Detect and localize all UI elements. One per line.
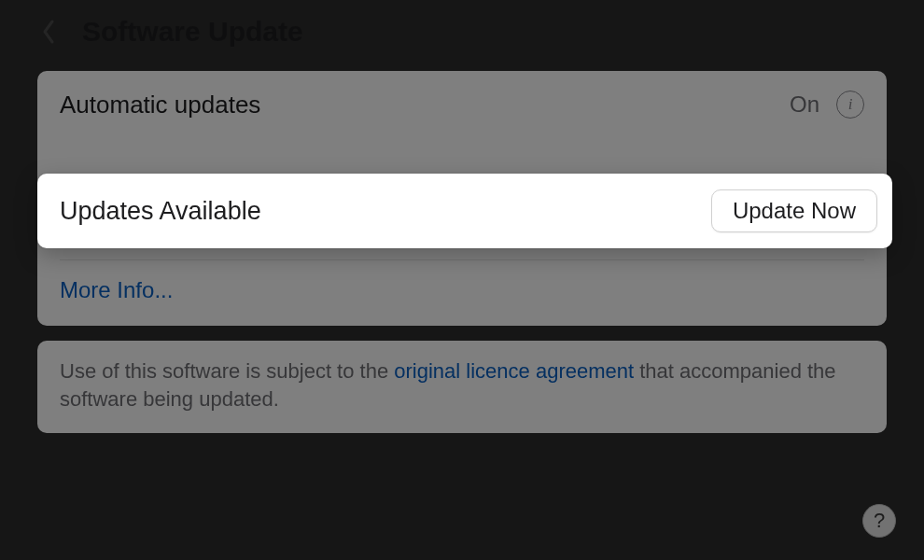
chevron-left-icon — [41, 19, 56, 45]
automatic-updates-right: On i — [790, 91, 864, 119]
back-button[interactable] — [37, 15, 60, 49]
licence-agreement-link[interactable]: original licence agreement — [394, 359, 634, 383]
help-button[interactable]: ? — [862, 504, 896, 538]
automatic-updates-label: Automatic updates — [60, 91, 260, 119]
automatic-updates-status: On — [790, 91, 819, 118]
info-icon[interactable]: i — [836, 91, 864, 119]
page-header: Software Update — [0, 0, 924, 71]
automatic-updates-row: Automatic updates On i — [60, 71, 864, 138]
legal-prefix: Use of this software is subject to the — [60, 359, 394, 383]
page-title: Software Update — [82, 16, 303, 48]
updates-available-title: Updates Available — [60, 197, 261, 226]
legal-card: Use of this software is subject to the o… — [37, 341, 887, 433]
legal-text: Use of this software is subject to the o… — [60, 357, 864, 413]
more-info-link[interactable]: More Info... — [60, 260, 864, 326]
updates-available-row: Updates Available Update Now — [37, 174, 892, 248]
update-now-button[interactable]: Update Now — [711, 189, 877, 232]
